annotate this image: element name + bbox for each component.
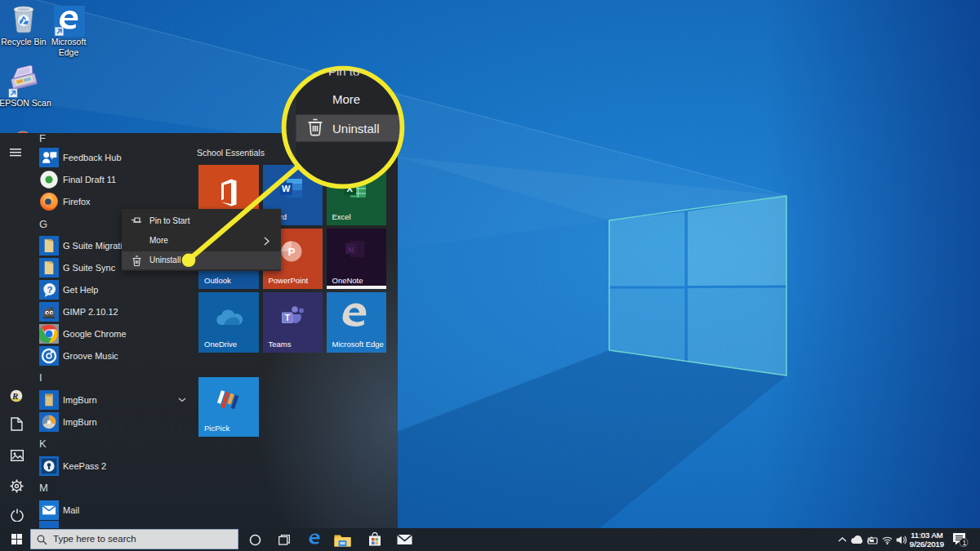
svg-text:P: P xyxy=(287,246,295,258)
svg-text:?: ? xyxy=(47,285,53,295)
svg-text:X: X xyxy=(346,184,353,193)
svg-text:T: T xyxy=(284,313,290,323)
svg-text:1: 1 xyxy=(962,539,966,547)
svg-text:N: N xyxy=(348,245,354,254)
svg-text:R: R xyxy=(11,391,18,401)
svg-text:W: W xyxy=(282,184,291,193)
